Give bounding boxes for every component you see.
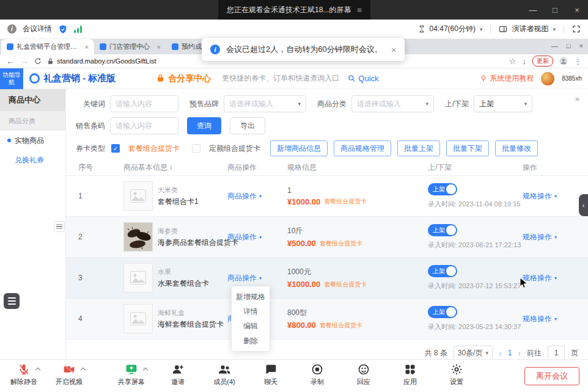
members-button[interactable]: 成员(4) [207,363,242,387]
brand-select[interactable]: 请选择或输入 ▾ [224,95,306,112]
checkbox-checked-icon[interactable]: ✓ [111,144,120,153]
sea-cucumber-photo [124,223,153,252]
goto-page-input[interactable] [548,346,565,360]
query-button[interactable]: 查询 [187,117,221,134]
product-op-link-open[interactable]: 商品操作▾ [227,273,287,283]
view-mode-label[interactable]: 演讲者视图 [512,24,548,34]
info-icon: i [7,24,17,34]
batch-edit-button[interactable]: 批量修改 [495,140,538,156]
sidebar-title: 商品中心 [0,89,65,111]
leave-meeting-button[interactable]: 离开会议 [524,367,579,385]
next-page-icon[interactable]: › [518,348,521,358]
filter-collapse-icon[interactable]: » [575,94,579,103]
refresh-icon[interactable] [34,57,42,65]
browser-menu-icon[interactable]: ⋮ [574,57,582,65]
sidebar-item-gift-vouchers[interactable]: 兑换礼券 [0,150,65,170]
back-icon[interactable]: ← [6,57,14,65]
function-nav-button[interactable]: 功能导航 [0,68,23,89]
start-video-button[interactable]: 开启视频 [51,363,87,387]
browser-close-icon[interactable]: × [579,42,583,49]
fullscreen-icon[interactable] [572,25,581,33]
spec-op-link[interactable]: 规格操作▾ [523,232,579,242]
browser-tab[interactable]: 礼盒营销平台管理中心 × [1,39,94,54]
maximize-icon[interactable]: □ [544,0,566,20]
user-avatar[interactable] [541,72,554,85]
shelf-toggle[interactable]: 上架 [428,306,457,318]
browser-profile-icon[interactable] [559,57,568,65]
security-shield-icon[interactable] [58,24,68,34]
sidebar-item-categories[interactable]: 商品分类 [0,111,65,131]
browser-tab[interactable]: 门店管理中心 × [94,39,166,54]
mic-options-chevron-icon[interactable] [35,368,40,372]
title-menu-icon[interactable]: ≡ [357,5,362,15]
sidebar-item-physical-goods[interactable]: 实物商品 [0,131,65,150]
product-op-link[interactable]: 商品操作▾ [227,232,287,242]
chat-button[interactable]: 聊天 [253,363,288,387]
browser-minimize-icon[interactable]: — [551,42,558,49]
banner-close-icon[interactable]: × [391,45,397,55]
shelf-toggle[interactable]: 上架 [428,183,457,195]
record-button[interactable]: 录制 [300,363,335,387]
category-select[interactable]: 请选择或输入 ▾ [351,95,434,112]
sidebar-collapse-handle[interactable] [54,221,65,232]
tutorial-label: 系统使用教程 [490,73,534,84]
quick-search-link[interactable]: Quick [348,74,378,83]
timer-dropdown-icon[interactable]: ▾ [480,26,483,32]
tab-close-icon[interactable]: × [85,43,89,51]
tab-close-icon[interactable]: × [157,43,161,51]
spec-op-link[interactable]: 规格操作▾ [523,314,579,324]
add-product-button[interactable]: 新增商品信息 [270,140,328,156]
share-screen-label: 共享屏幕 [118,377,145,387]
spec-op-link[interactable]: 规格操作▾ [523,273,579,283]
browser-update-badge[interactable]: 更新 [532,56,553,67]
meeting-details-label[interactable]: 会议详情 [23,24,52,34]
camera-options-chevron-icon[interactable] [81,368,86,372]
page-size-select[interactable]: 30条/页 ▾ [454,346,493,360]
share-screen-button[interactable]: 共享屏幕 [114,363,149,387]
batch-off-shelf-button[interactable]: 批量下架 [446,140,489,156]
batch-on-shelf-button[interactable]: 批量上架 [397,140,440,156]
unmute-button[interactable]: 解除静音 [6,363,42,387]
apps-button[interactable]: 应用 [392,363,428,387]
product-op-link[interactable]: 商品操作▾ [227,191,287,201]
browser-maximize-icon[interactable]: □ [567,42,571,49]
share-screen-icon [125,363,138,376]
share-center-link[interactable]: 合分享中心 [156,73,211,84]
minimize-icon[interactable]: — [522,0,544,20]
video-panel-collapse-handle[interactable]: ‹ [579,194,588,216]
settings-button[interactable]: 设置 [439,363,474,387]
react-label: 回应 [357,377,370,387]
keyword-input[interactable] [110,95,178,112]
download-icon[interactable]: ↓ [523,57,527,65]
prev-page-icon[interactable]: ‹ [499,348,502,358]
shelf-select[interactable]: 上架 ▾ [474,95,532,112]
dropdown-item-edit[interactable]: 编辑 [232,319,270,333]
barcode-input[interactable] [110,117,178,134]
invite-button[interactable]: 邀请 [160,363,196,387]
dropdown-item-delete[interactable]: 删除 [232,333,270,348]
promo-text: 更快捷的券卡、订单和快递查询入口 [222,73,339,84]
dropdown-item-add-spec[interactable]: 新增规格 [232,289,270,304]
forward-icon[interactable]: → [20,57,28,65]
checkbox-unchecked-icon[interactable] [192,144,200,153]
spec-op-link[interactable]: 规格操作▾ [523,191,579,201]
meeting-shared-screen: 您正在观看金禾通技术王斌18...的屏幕 ≡ — □ × i 会议详情 04:4… [0,0,588,392]
mouse-cursor [520,277,528,289]
bookmark-star-icon[interactable]: ☆ [509,57,516,65]
current-page[interactable]: 1 [508,349,512,357]
checkbox-unchecked-label[interactable]: 定额组合提货卡 [209,143,260,154]
shelf-toggle[interactable]: 上架 [428,224,457,236]
annotation-tool-button[interactable] [4,293,20,309]
spec-manage-button[interactable]: 商品规格管理 [334,140,391,156]
checkbox-checked-label[interactable]: 套餐组合提货卡 [128,143,180,154]
export-button[interactable]: 导出 [230,117,265,134]
view-dropdown-icon[interactable]: ▾ [553,26,556,32]
close-icon[interactable]: × [566,0,588,20]
react-button[interactable]: 回应 [346,363,381,387]
shelf-toggle[interactable]: 上架 [428,265,457,277]
share-options-chevron-icon[interactable] [143,368,148,372]
col-op: 操作 [523,162,579,173]
dropdown-item-details[interactable]: 详情 [232,304,270,319]
sort-icon[interactable]: ▲▼ [169,165,173,171]
tutorial-link[interactable]: 系统使用教程 [480,73,534,84]
